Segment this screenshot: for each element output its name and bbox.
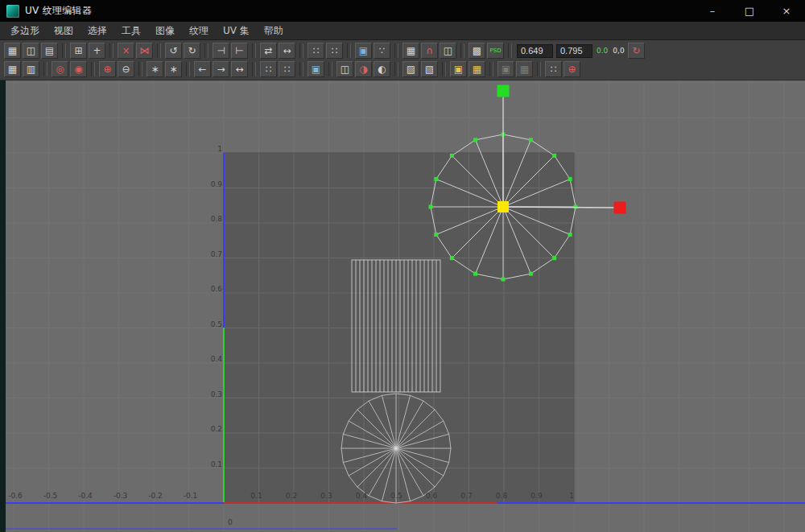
- cut-uv-edges-icon[interactable]: ×: [118, 43, 134, 59]
- toolbar-separator: [394, 62, 398, 76]
- rotate-uvs-ccw-icon[interactable]: ↺: [165, 43, 182, 59]
- align-uvs-right-icon[interactable]: ⊢: [231, 43, 248, 59]
- uv-vertex[interactable]: [529, 138, 533, 142]
- uv-texture-grid-icon[interactable]: ▦: [4, 43, 21, 59]
- uv-vertex[interactable]: [429, 205, 433, 209]
- sew-right-icon[interactable]: →: [213, 61, 229, 77]
- refresh-uv-values-icon[interactable]: ↻: [628, 43, 645, 59]
- delete-uvs-icon[interactable]: ⊕: [564, 61, 580, 77]
- uv-vertex[interactable]: [529, 272, 533, 276]
- snap-together-b-icon[interactable]: ∗: [165, 61, 182, 77]
- menu-view[interactable]: 视图: [47, 22, 80, 40]
- u-coordinate-input[interactable]: [517, 44, 553, 58]
- dim-image-icon[interactable]: ▩: [469, 43, 485, 59]
- toolbar-separator: [489, 62, 493, 76]
- isolate-select-view-icon[interactable]: ◎: [52, 61, 68, 77]
- uv-vertex[interactable]: [434, 177, 438, 181]
- texture-color-wheel-icon[interactable]: ◑: [355, 61, 372, 77]
- uv-vertex[interactable]: [473, 272, 477, 276]
- display-grid-icon[interactable]: ▦: [402, 43, 419, 59]
- uv-vertex[interactable]: [434, 233, 438, 237]
- sew-both-icon[interactable]: ↔: [231, 61, 248, 77]
- menu-image[interactable]: 图像: [148, 22, 182, 40]
- uv-angle-label: 0.0: [597, 47, 608, 55]
- uv-distortion-view-icon[interactable]: ▤: [41, 43, 58, 59]
- toolbar-separator: [442, 62, 446, 76]
- svg-text:1: 1: [217, 145, 222, 153]
- toolbar-separator: [204, 43, 208, 58]
- lattice-tool-icon[interactable]: ⊞: [70, 43, 87, 59]
- select-faces-grid-icon[interactable]: ▦: [4, 61, 21, 77]
- uv-vertex[interactable]: [450, 256, 454, 260]
- svg-text:0.3: 0.3: [320, 492, 332, 500]
- minimize-button[interactable]: –: [694, 0, 731, 22]
- grid-points-b-icon[interactable]: ∷: [279, 61, 295, 77]
- toolbar-separator: [186, 62, 190, 76]
- copy-uvs-icon[interactable]: ▣: [450, 61, 467, 77]
- checker-display-a-icon[interactable]: ▨: [402, 61, 419, 77]
- align-uvs-left-icon[interactable]: ⊣: [213, 43, 229, 59]
- uv-vertex[interactable]: [502, 278, 506, 282]
- toolbar-separator: [43, 62, 47, 76]
- menu-bar: 多边形视图选择工具图像纹理UV 集帮助: [0, 22, 805, 40]
- uv-shell-view-icon[interactable]: ◫: [23, 43, 39, 59]
- uv-pivot-handle[interactable]: [497, 201, 509, 212]
- remove-from-isolation-icon[interactable]: ⊖: [118, 61, 134, 77]
- paste-u-disabled-icon[interactable]: ▣: [497, 61, 514, 77]
- pixel-snap-magnet-icon[interactable]: ∩: [421, 43, 438, 59]
- svg-text:0.4: 0.4: [356, 492, 368, 500]
- menu-select[interactable]: 选择: [80, 22, 114, 40]
- menu-texture[interactable]: 纹理: [182, 22, 216, 40]
- svg-text:-0.1: -0.1: [184, 492, 198, 500]
- window-controls: – □ ×: [694, 0, 805, 22]
- toolbar-separator: [299, 62, 303, 76]
- snapshot-options-icon[interactable]: ∵: [374, 43, 390, 59]
- menu-uv-set[interactable]: UV 集: [216, 22, 257, 40]
- uv-vertex[interactable]: [473, 138, 477, 142]
- merge-uvs-icon[interactable]: ↔: [279, 43, 295, 59]
- uv-vertex[interactable]: [552, 256, 556, 260]
- svg-text:-0.2: -0.2: [148, 492, 163, 500]
- uv-range-icon[interactable]: ▣: [308, 61, 324, 77]
- uv-vertex[interactable]: [450, 154, 454, 158]
- psd-network-icon[interactable]: PSD: [487, 43, 504, 59]
- move-and-sew-icon[interactable]: ⇄: [260, 43, 277, 59]
- layout-uvs-icon[interactable]: ∷: [326, 43, 343, 59]
- uv-viewport[interactable]: 10.90.80.70.60.50.40.30.20.1-0.6-0.5-0.4…: [0, 80, 805, 532]
- close-button[interactable]: ×: [768, 0, 805, 22]
- snap-together-a-icon[interactable]: ∗: [147, 61, 163, 77]
- maximize-button[interactable]: □: [731, 0, 768, 22]
- select-shell-grid-icon[interactable]: ▥: [23, 61, 39, 77]
- split-uvs-icon[interactable]: ⋈: [136, 43, 153, 59]
- shade-uvs-icon[interactable]: ◫: [440, 43, 456, 59]
- display-alpha-icon[interactable]: ◐: [374, 61, 390, 77]
- uv-shell-bottom-cap[interactable]: [341, 394, 451, 503]
- paste-uvs-icon[interactable]: ▦: [469, 61, 485, 77]
- uv-vertex[interactable]: [552, 154, 556, 158]
- uv-vertex[interactable]: [568, 177, 572, 181]
- uv-vertex[interactable]: [568, 233, 572, 237]
- isolate-select-add-icon[interactable]: ◉: [70, 61, 87, 77]
- menu-polygons[interactable]: 多边形: [3, 22, 47, 40]
- svg-text:0.1: 0.1: [211, 460, 222, 468]
- paste-v-disabled-icon[interactable]: ▦: [516, 61, 533, 77]
- rotate-uvs-cw-icon[interactable]: ↻: [184, 43, 200, 59]
- svg-text:-0.6: -0.6: [8, 492, 23, 500]
- grid-uvs-icon[interactable]: ∷: [308, 43, 324, 59]
- toolbar: ▦◫▤⊞+×⋈↺↻⊣⊢⇄↔∷∷▣∵▦∩◫▩PSD0.00,0↻ ▦▥◎◉⊕⊖∗∗…: [0, 40, 805, 80]
- sew-left-icon[interactable]: ←: [194, 61, 211, 77]
- move-y-handle[interactable]: [497, 85, 510, 97]
- cycle-uvs-icon[interactable]: ∷: [545, 61, 562, 77]
- menu-help[interactable]: 帮助: [257, 22, 291, 40]
- move-x-handle[interactable]: [614, 202, 626, 214]
- menu-tool[interactable]: 工具: [114, 22, 148, 40]
- add-to-isolation-icon[interactable]: ⊕: [99, 61, 116, 77]
- v-coordinate-input[interactable]: [556, 44, 592, 58]
- svg-text:0.2: 0.2: [211, 425, 222, 433]
- uv-snapshot-icon[interactable]: ▣: [355, 43, 372, 59]
- uv-editor-canvas[interactable]: 10.90.80.70.60.50.40.30.20.1-0.6-0.5-0.4…: [0, 80, 805, 532]
- grid-points-a-icon[interactable]: ∷: [260, 61, 277, 77]
- move-uv-shell-tool-icon[interactable]: +: [89, 43, 105, 59]
- checker-display-b-icon[interactable]: ▧: [421, 61, 438, 77]
- copy-uv-layout-icon[interactable]: ◫: [336, 61, 353, 77]
